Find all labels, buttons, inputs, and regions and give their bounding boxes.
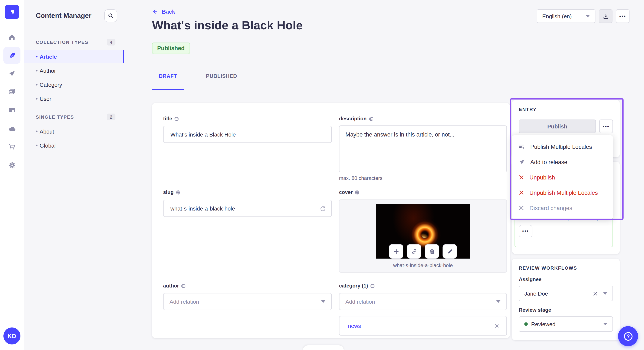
- cover-field-label: cover: [339, 189, 507, 195]
- content-type-builder-layout-icon[interactable]: [4, 102, 20, 119]
- entry-actions-menu: Publish Multiple Locales Add to release …: [512, 135, 613, 219]
- menu-item-label: Unpublish: [530, 174, 555, 180]
- author-relation-select[interactable]: Add relation: [163, 293, 332, 310]
- menu-item-publish-multiple-locales[interactable]: Publish Multiple Locales: [512, 139, 613, 154]
- category-relation-select[interactable]: Add relation: [339, 293, 507, 310]
- tab-draft[interactable]: DRAFT: [152, 71, 184, 81]
- strapi-logo[interactable]: [5, 5, 19, 19]
- locale-select[interactable]: English (en): [537, 9, 596, 23]
- sidebar-item-category[interactable]: Category: [24, 78, 124, 91]
- export-button[interactable]: [599, 9, 612, 23]
- chevron-down-icon: [586, 15, 590, 17]
- next-section-peek: [303, 345, 344, 350]
- sidebar-item-global[interactable]: Global: [24, 139, 124, 152]
- help-button[interactable]: ?: [618, 326, 638, 346]
- media-library-images-icon[interactable]: [4, 83, 20, 100]
- chevron-down-icon: [321, 300, 326, 303]
- edit-asset-button[interactable]: [442, 244, 457, 259]
- bullet-icon: [36, 56, 38, 57]
- publish-button[interactable]: Publish: [519, 120, 596, 133]
- sidebar-divider: [36, 29, 46, 29]
- marketplace-cart-icon[interactable]: [4, 138, 20, 155]
- entry-more-button[interactable]: •••: [599, 120, 613, 133]
- bullet-icon: [36, 84, 38, 85]
- relation-link-news[interactable]: news: [348, 323, 361, 329]
- chevron-down-icon: [603, 323, 607, 325]
- deploy-cloud-icon[interactable]: [4, 120, 20, 137]
- question-mark-icon: ?: [623, 331, 633, 341]
- globe-icon: [370, 283, 375, 288]
- releases-send-icon[interactable]: [4, 65, 20, 82]
- main-content: Back What's inside a Black Hole Publishe…: [124, 0, 644, 350]
- download-icon: [602, 13, 609, 19]
- sidebar-item-label: Global: [40, 142, 56, 149]
- sidebar-item-about[interactable]: About: [24, 125, 124, 138]
- assignee-select[interactable]: Jane Doe: [519, 286, 613, 301]
- strapi-logo-icon: [8, 8, 16, 16]
- regenerate-icon[interactable]: [320, 205, 326, 212]
- status-badge: Published: [152, 42, 190, 54]
- menu-item-add-to-release[interactable]: Add to release: [512, 154, 613, 170]
- schedule-more-button[interactable]: •••: [519, 225, 532, 237]
- single-types-label: SINGLE TYPES: [36, 114, 74, 120]
- remove-relation-x-icon[interactable]: [494, 323, 500, 329]
- globe-icon: [181, 283, 186, 288]
- sidebar-item-user[interactable]: User: [24, 92, 124, 105]
- content-manager-feather-icon[interactable]: [4, 47, 20, 64]
- back-arrow-icon: [152, 8, 158, 15]
- pencil-icon: [446, 248, 453, 255]
- author-placeholder: Add relation: [170, 298, 199, 305]
- locale-value: English (en): [542, 13, 572, 19]
- menu-item-discard-changes[interactable]: Discard changes: [512, 200, 613, 216]
- description-value: Maybe the answer is in this article, or …: [346, 131, 454, 138]
- category-relation-item: news: [339, 316, 507, 336]
- logo-container: [0, 0, 24, 24]
- sidebar-item-label: About: [40, 128, 54, 135]
- review-workflows-panel: REVIEW WORKFLOWS Assignee Jane Doe Revie…: [512, 259, 620, 340]
- settings-gear-icon[interactable]: [4, 157, 20, 174]
- back-button[interactable]: Back: [152, 8, 175, 15]
- assignee-label: Assignee: [519, 276, 613, 282]
- description-textarea[interactable]: Maybe the answer is in this article, or …: [339, 126, 507, 172]
- back-label: Back: [162, 8, 175, 15]
- content-manager-sidebar: Content Manager COLLECTION TYPES 4 Artic…: [24, 0, 124, 350]
- list-plus-icon: [518, 143, 525, 150]
- sidebar-item-label: Category: [40, 81, 62, 88]
- header-more-button[interactable]: •••: [616, 9, 630, 23]
- slug-field-label: slug: [163, 189, 332, 195]
- menu-item-unpublish[interactable]: Unpublish: [512, 170, 613, 185]
- bullet-icon: [36, 70, 38, 71]
- bullet-icon: [36, 131, 38, 132]
- trash-icon: [429, 248, 435, 255]
- tab-published[interactable]: PUBLISHED: [199, 71, 244, 81]
- home-icon[interactable]: [4, 28, 20, 45]
- sidebar-item-label: Author: [40, 67, 56, 74]
- x-icon: [518, 190, 524, 196]
- entry-heading: ENTRY: [519, 107, 613, 112]
- page-title: What's inside a Black Hole: [152, 19, 302, 32]
- user-avatar[interactable]: KD: [4, 328, 20, 345]
- sidebar-item-article[interactable]: Article: [24, 50, 124, 63]
- edit-form-card: title What's inside a Black Hole descrip…: [152, 103, 510, 338]
- bullet-icon: [36, 145, 38, 146]
- ellipsis-icon: •••: [619, 14, 626, 18]
- clear-assignee-x-icon[interactable]: [592, 291, 598, 296]
- menu-item-unpublish-multiple-locales[interactable]: Unpublish Multiple Locales: [512, 185, 613, 200]
- review-stage-value: Reviewed: [531, 321, 603, 327]
- slug-value: what-s-inside-a-black-hole: [170, 205, 235, 212]
- title-input[interactable]: What's inside a Black Hole: [163, 126, 332, 143]
- add-asset-button[interactable]: [389, 244, 403, 259]
- category-field-label: category (1): [339, 283, 507, 289]
- title-field-label: title: [163, 116, 332, 122]
- sidebar-item-author[interactable]: Author: [24, 64, 124, 77]
- copy-link-button[interactable]: [407, 244, 421, 259]
- delete-asset-button[interactable]: [425, 244, 439, 259]
- search-button[interactable]: [104, 9, 117, 22]
- review-stage-select[interactable]: Reviewed: [519, 316, 613, 332]
- assignee-value: Jane Doe: [524, 290, 592, 297]
- chevron-down-icon: [496, 300, 500, 303]
- nav-rail: KD: [0, 0, 24, 350]
- slug-input[interactable]: what-s-inside-a-black-hole: [163, 200, 332, 217]
- author-field-label: author: [163, 283, 332, 289]
- globe-icon: [369, 116, 373, 121]
